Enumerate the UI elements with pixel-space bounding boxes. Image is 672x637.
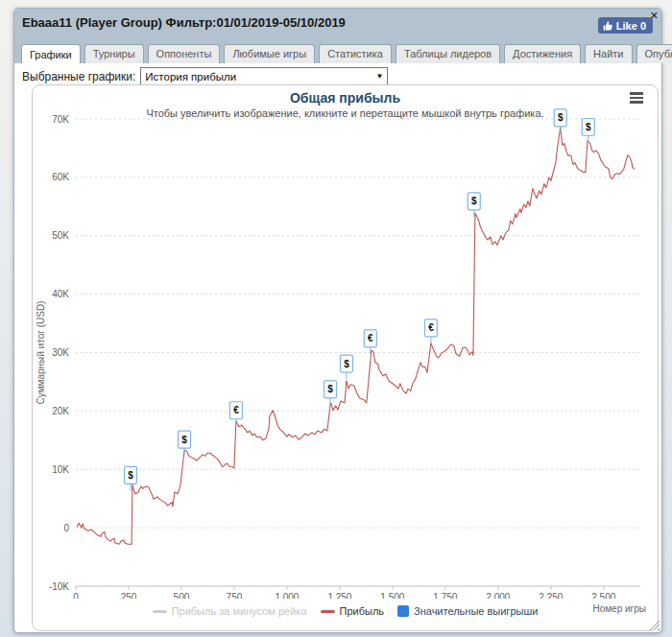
tab-publish[interactable]: Опубликовать — [636, 44, 672, 63]
significant-win-marker[interactable]: € — [229, 402, 242, 426]
svg-text:1,750: 1,750 — [433, 592, 457, 599]
legend-item-2[interactable]: Значительные выигрыши — [397, 605, 538, 617]
like-button-label: Like 0 — [616, 20, 646, 32]
charts-tab-content: Выбранные графики: История прибыли ▼ -10… — [14, 63, 661, 632]
tab-bar: ГрафикиТурнирыОппонентыЛюбимые игрыСтати… — [14, 37, 661, 63]
chart-legend: Прибыль за минусом рейкаПрибыльЗначитель… — [33, 601, 658, 622]
legend-item-label: Прибыль за минусом рейка — [172, 605, 307, 617]
legend-item-1[interactable]: Прибыль — [321, 605, 385, 617]
svg-text:$: $ — [181, 435, 187, 445]
player-stats-window: Ebaaa11 (Player Group) Фильтр:01/01/2019… — [13, 8, 662, 633]
significant-win-marker[interactable]: $ — [179, 431, 191, 455]
tab-statistics[interactable]: Статистика — [319, 44, 392, 63]
svg-text:250: 250 — [121, 592, 137, 599]
significant-win-marker[interactable]: $ — [582, 119, 594, 143]
svg-text:$: $ — [327, 384, 333, 394]
chart-type-select[interactable]: История прибыли ▼ — [140, 67, 388, 85]
significant-win-marker[interactable]: $ — [468, 193, 480, 217]
svg-text:€: € — [233, 405, 239, 415]
profit-chart-plot[interactable]: -10K010K20K30K40K50K60K70K02505007501,00… — [33, 85, 658, 599]
chart-subtitle: Чтобы увеличить изображение, кликните и … — [33, 107, 658, 119]
chart-selector-row: Выбранные графики: История прибыли ▼ — [22, 67, 388, 85]
window-titlebar: Ebaaa11 (Player Group) Фильтр:01/01/2019… — [14, 9, 661, 37]
chart-type-select-value: История прибыли — [145, 71, 236, 83]
svg-text:$: $ — [471, 196, 477, 206]
significant-win-marker[interactable]: $ — [124, 466, 136, 490]
svg-text:€: € — [368, 333, 373, 343]
chart-selector-label: Выбранные графики: — [22, 70, 135, 83]
svg-text:1,000: 1,000 — [275, 592, 299, 599]
tab-favorite-games[interactable]: Любимые игры — [224, 44, 315, 63]
svg-text:$: $ — [586, 122, 591, 132]
svg-text:60K: 60K — [52, 172, 69, 182]
tab-tournaments[interactable]: Турниры — [84, 44, 144, 63]
profit-chart-panel: -10K010K20K30K40K50K60K70K02505007501,00… — [32, 84, 659, 631]
svg-text:2,500: 2,500 — [591, 592, 615, 599]
page-title: Ebaaa11 (Player Group) Фильтр:01/01/2019… — [22, 15, 346, 30]
svg-text:50K: 50K — [52, 230, 69, 241]
svg-text:Суммарный итог (USD): Суммарный итог (USD) — [36, 301, 46, 405]
svg-text:1,500: 1,500 — [380, 592, 404, 599]
tab-charts[interactable]: Графики — [21, 44, 81, 64]
significant-win-marker[interactable]: $ — [324, 381, 337, 405]
svg-text:€: € — [428, 322, 434, 333]
svg-text:40K: 40K — [52, 289, 69, 299]
svg-text:0: 0 — [73, 592, 79, 599]
close-icon[interactable]: ✕ — [650, 10, 659, 21]
legend-line-swatch — [153, 610, 167, 613]
svg-text:20K: 20K — [52, 406, 69, 416]
tab-search[interactable]: Найти — [585, 44, 632, 63]
svg-text:1,250: 1,250 — [327, 592, 351, 599]
x-axis-title: Номер игры — [592, 603, 646, 614]
tab-leaderboards[interactable]: Таблицы лидеров — [396, 44, 500, 63]
menu-icon[interactable] — [630, 92, 643, 106]
svg-text:0: 0 — [63, 523, 69, 533]
svg-text:750: 750 — [227, 592, 243, 599]
svg-text:$: $ — [344, 359, 349, 369]
thumb-up-icon — [603, 21, 612, 31]
dropdown-arrow-icon: ▼ — [375, 72, 383, 81]
significant-win-marker[interactable]: $ — [340, 355, 352, 379]
legend-item-label: Значительные выигрыши — [414, 605, 538, 617]
svg-text:2,250: 2,250 — [539, 592, 563, 599]
legend-item-0[interactable]: Прибыль за минусом рейка — [153, 605, 307, 617]
svg-text:$: $ — [128, 470, 133, 481]
chart-title: Общая прибыль — [33, 90, 658, 106]
tab-opponents[interactable]: Оппоненты — [148, 44, 221, 63]
significant-win-marker[interactable]: € — [424, 319, 437, 343]
svg-text:10K: 10K — [52, 464, 69, 475]
legend-line-swatch — [321, 610, 335, 613]
legend-item-label: Прибыль — [340, 605, 385, 617]
svg-text:-10K: -10K — [49, 581, 69, 592]
tab-achievements[interactable]: Достижения — [504, 44, 581, 63]
facebook-like-button[interactable]: Like 0 — [598, 17, 653, 34]
profit-line — [77, 128, 635, 545]
svg-text:2,000: 2,000 — [486, 592, 510, 599]
legend-square-swatch — [397, 605, 409, 617]
svg-text:500: 500 — [174, 592, 190, 599]
significant-win-marker[interactable]: € — [364, 330, 376, 354]
svg-text:30K: 30K — [52, 347, 69, 358]
